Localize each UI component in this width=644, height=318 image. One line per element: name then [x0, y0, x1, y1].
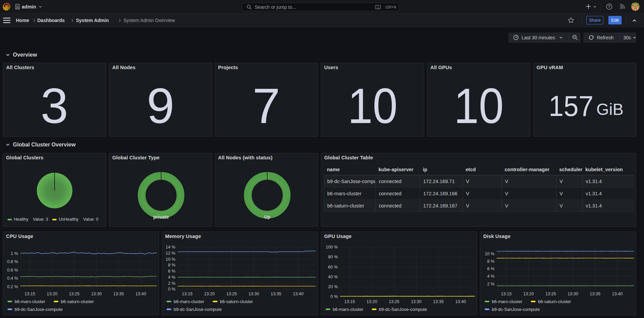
svg-text:0.8 %: 0.8 % — [7, 259, 18, 264]
svg-text:b9-dc-SanJose-compute: b9-dc-SanJose-compute — [492, 307, 540, 312]
svg-text:60 %: 60 % — [328, 265, 338, 270]
svg-text:b9-dc-SanJose-compute: b9-dc-SanJose-compute — [174, 307, 222, 312]
svg-text:b9-dc-SanJose-compute: b9-dc-SanJose-compute — [15, 307, 63, 312]
svg-text:13:25: 13:25 — [545, 292, 556, 296]
svg-text:1 %: 1 % — [11, 251, 18, 256]
svg-text:13:20: 13:20 — [523, 292, 534, 296]
svg-text:0.6 %: 0.6 % — [7, 268, 18, 273]
svg-text:13:30: 13:30 — [249, 292, 259, 296]
svg-text:13:35: 13:35 — [113, 292, 124, 296]
svg-text:Value: 3: Value: 3 — [33, 217, 48, 222]
svg-text:100 %: 100 % — [326, 245, 338, 250]
svg-text:13:25: 13:25 — [69, 292, 79, 296]
svg-text:13:30: 13:30 — [91, 292, 102, 296]
svg-text:Up: Up — [264, 214, 271, 220]
svg-text:b6-mars-cluster: b6-mars-cluster — [174, 299, 204, 304]
svg-text:13:30: 13:30 — [411, 299, 422, 304]
svg-text:13:35: 13:35 — [590, 292, 600, 296]
svg-text:b6-mars-cluster: b6-mars-cluster — [333, 307, 364, 312]
svg-text:12 %: 12 % — [166, 251, 176, 256]
svg-text:Healthy: Healthy — [14, 217, 28, 222]
svg-text:13:35: 13:35 — [433, 299, 444, 304]
svg-text:8 %: 8 % — [487, 259, 494, 264]
svg-text:private: private — [153, 214, 169, 220]
svg-text:13:20: 13:20 — [367, 299, 377, 304]
svg-text:13:15: 13:15 — [24, 292, 35, 296]
svg-text:40 %: 40 % — [328, 275, 338, 279]
svg-text:80 %: 80 % — [328, 255, 338, 259]
svg-text:13:15: 13:15 — [501, 292, 511, 296]
svg-text:13:25: 13:25 — [226, 292, 237, 296]
svg-text:13:20: 13:20 — [47, 292, 57, 296]
svg-text:13:40: 13:40 — [612, 292, 623, 296]
svg-text:13:40: 13:40 — [136, 292, 146, 296]
svg-text:10 %: 10 % — [166, 257, 176, 262]
svg-text:13:35: 13:35 — [271, 292, 281, 296]
svg-text:?: ? — [608, 4, 610, 8]
svg-text:13:25: 13:25 — [389, 299, 399, 304]
svg-text:13:20: 13:20 — [204, 292, 215, 296]
svg-text:2 %: 2 % — [168, 281, 175, 286]
svg-text:4 %: 4 % — [168, 275, 175, 280]
svg-text:13:30: 13:30 — [568, 292, 578, 296]
svg-text:b6-saturn-cluster: b6-saturn-cluster — [61, 299, 94, 304]
svg-text:0 %: 0 % — [168, 287, 175, 292]
svg-text:b6-saturn-cluster: b6-saturn-cluster — [538, 299, 571, 304]
svg-text:b6-saturn-cluster: b6-saturn-cluster — [220, 299, 253, 304]
svg-text:6 %: 6 % — [168, 269, 175, 274]
svg-text:20 %: 20 % — [328, 284, 338, 289]
svg-text:Value: 0: Value: 0 — [83, 217, 98, 222]
svg-text:13:15: 13:15 — [344, 299, 355, 304]
svg-text:0 %: 0 % — [330, 294, 338, 299]
svg-text:b9-dc-SanJose-compute: b9-dc-SanJose-compute — [379, 307, 427, 312]
svg-text:4 %: 4 % — [487, 274, 494, 279]
svg-text:0.4 %: 0.4 % — [7, 276, 18, 281]
svg-text:14 %: 14 % — [166, 245, 176, 250]
svg-text:b6-mars-cluster: b6-mars-cluster — [15, 299, 45, 304]
svg-text:13:40: 13:40 — [293, 292, 304, 296]
svg-text:2 %: 2 % — [487, 282, 494, 286]
svg-text:8 %: 8 % — [168, 263, 175, 267]
svg-text:13:40: 13:40 — [455, 299, 466, 304]
svg-text:0.2 %: 0.2 % — [7, 284, 18, 289]
svg-text:b6-mars-cluster: b6-mars-cluster — [492, 299, 523, 304]
svg-text:13:15: 13:15 — [182, 292, 192, 296]
svg-text:UnHealthy: UnHealthy — [59, 217, 79, 222]
svg-text:10 %: 10 % — [485, 252, 495, 256]
svg-text:6 %: 6 % — [487, 266, 494, 271]
